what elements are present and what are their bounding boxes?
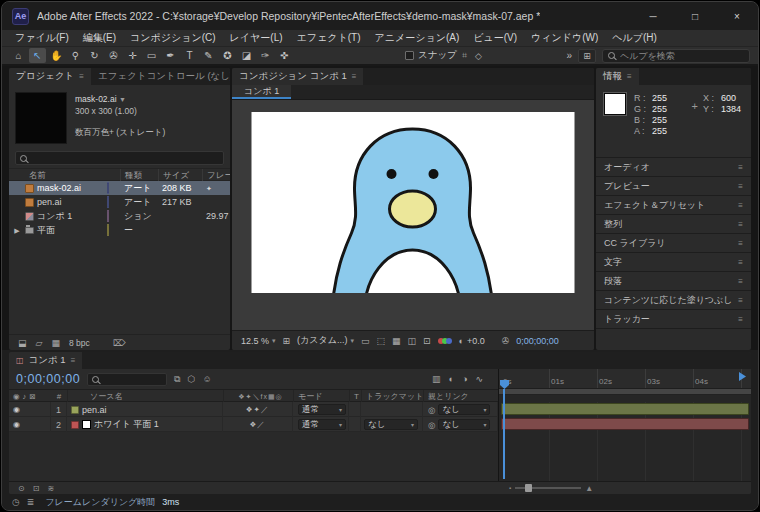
zoom-slider-track[interactable]: [515, 487, 581, 489]
visibility-eye-icon[interactable]: ◉: [9, 417, 51, 432]
tab-project[interactable]: プロジェクト ≡: [9, 68, 91, 85]
layer-row-white-solid[interactable]: ◉ 2 ホワイト 平面 1 ❖／ 通常▾ なし▾ ◎ なし▾: [9, 417, 498, 432]
transparency-grid-icon[interactable]: ⬚: [376, 336, 385, 346]
new-composition-icon[interactable]: ▦: [51, 338, 60, 348]
label-color-chip[interactable]: [107, 196, 109, 208]
color-depth-button[interactable]: 8 bpc: [69, 338, 90, 348]
type-tool-icon[interactable]: T: [181, 48, 198, 63]
playhead-handle[interactable]: [500, 380, 509, 389]
panel-menu-icon[interactable]: ≡: [352, 72, 357, 81]
project-row-pen[interactable]: pen.ai アート 217 KB: [9, 195, 230, 209]
panel-menu-icon[interactable]: ≡: [738, 182, 743, 191]
menu-animation[interactable]: アニメーション(A): [367, 31, 466, 45]
current-time-field[interactable]: 0;00;00;00: [16, 372, 80, 386]
resolution-dropdown[interactable]: (カスタム...) ▾: [297, 334, 354, 347]
playhead[interactable]: [500, 380, 509, 481]
layer-label-chip[interactable]: [71, 421, 79, 429]
panel-audio[interactable]: オーディオ≡: [596, 157, 751, 176]
snap-option-icon[interactable]: ⌗: [459, 50, 470, 61]
new-folder-icon[interactable]: ▱: [36, 338, 43, 348]
project-row-mask-02[interactable]: mask-02.ai アート 208 KB ✦: [9, 181, 230, 195]
panel-effects-presets[interactable]: エフェクト＆プリセット≡: [596, 195, 751, 214]
timeline-search-input[interactable]: [102, 374, 162, 384]
panel-paragraph[interactable]: 段落≡: [596, 271, 751, 290]
tab-info[interactable]: 情報 ≡: [596, 68, 639, 85]
mask-path-icon[interactable]: ◇: [472, 51, 485, 61]
zoom-tool-icon[interactable]: ⚲: [67, 48, 84, 63]
parent-dropdown[interactable]: なし▾: [438, 419, 490, 430]
work-area-end-marker[interactable]: [739, 372, 746, 381]
panel-menu-icon[interactable]: ≡: [79, 72, 84, 81]
home-icon[interactable]: ⌂: [10, 48, 27, 63]
panel-menu-icon[interactable]: ≡: [627, 72, 632, 81]
show-channel-icon[interactable]: [438, 338, 452, 344]
draft-3d-icon[interactable]: ⬡: [188, 374, 196, 384]
pixel-aspect-icon[interactable]: ⊡: [423, 336, 431, 346]
panel-menu-icon[interactable]: ≡: [738, 296, 743, 305]
menu-file[interactable]: ファイル(F): [8, 31, 76, 45]
selection-tool-icon[interactable]: ↖: [29, 48, 46, 63]
track-matte-dropdown[interactable]: なし▾: [364, 419, 418, 430]
trash-icon[interactable]: ⌦: [113, 338, 126, 348]
blend-mode-dropdown[interactable]: 通常▾: [298, 404, 346, 415]
twirl-icon[interactable]: ▶: [14, 227, 19, 234]
panel-cc-libraries[interactable]: CC ライブラリ≡: [596, 233, 751, 252]
toolbar-overflow-icon[interactable]: »: [566, 50, 572, 61]
render-activity-icon[interactable]: ◷: [12, 497, 20, 507]
label-color-chip[interactable]: [107, 210, 109, 222]
shy-layers-icon[interactable]: ☺: [202, 374, 211, 384]
layer-duration-bar[interactable]: [501, 403, 749, 415]
column-name[interactable]: 名前: [25, 170, 107, 182]
workspace-button[interactable]: ⊞: [578, 49, 596, 63]
zoom-slider-thumb[interactable]: [525, 484, 532, 492]
menu-view[interactable]: ビュー(V): [466, 31, 524, 45]
maximize-button[interactable]: □: [674, 2, 716, 30]
motion-blur-icon[interactable]: ◐: [449, 374, 454, 384]
panel-menu-icon[interactable]: ≡: [738, 220, 743, 229]
panel-align[interactable]: 整列≡: [596, 214, 751, 233]
camera-tool-icon[interactable]: ✇: [105, 48, 122, 63]
layer-switches-icon[interactable]: ⊡: [33, 484, 40, 493]
parent-dropdown[interactable]: なし▾: [438, 404, 490, 415]
hand-tool-icon[interactable]: ✋: [48, 48, 65, 63]
blend-mode-dropdown[interactable]: 通常▾: [298, 419, 346, 430]
snapshot-camera-icon[interactable]: ✇: [502, 336, 510, 346]
timeline-search[interactable]: [87, 373, 167, 386]
rotation-tool-icon[interactable]: ↻: [86, 48, 103, 63]
pickwhip-icon[interactable]: ◎: [423, 420, 438, 430]
adjustment-icon[interactable]: ◑: [462, 374, 467, 384]
composition-canvas[interactable]: [252, 112, 575, 293]
help-search[interactable]: [602, 49, 750, 63]
view-layout-icon[interactable]: ◫: [408, 336, 417, 346]
mask-visibility-icon[interactable]: ▦: [392, 336, 401, 346]
frame-blend-icon[interactable]: ▥: [432, 374, 441, 384]
tab-composition[interactable]: コンポジション コンポ 1 ≡: [232, 68, 363, 85]
render-queue-icon[interactable]: ≣: [27, 497, 35, 507]
panel-preview[interactable]: プレビュー≡: [596, 176, 751, 195]
interpret-footage-icon[interactable]: ⬓: [18, 338, 27, 348]
work-area-bar[interactable]: [499, 389, 751, 395]
menu-edit[interactable]: 編集(E): [76, 31, 123, 45]
grid-options-icon[interactable]: ⊞: [283, 336, 291, 346]
panel-menu-icon[interactable]: ≡: [71, 356, 76, 365]
comp-mini-flowchart-icon[interactable]: ⧉: [174, 374, 180, 385]
pan-behind-tool-icon[interactable]: ✛: [124, 48, 141, 63]
zoom-in-mountain-icon[interactable]: ▲: [585, 484, 593, 493]
panel-menu-icon[interactable]: ≡: [738, 277, 743, 286]
shape-tool-icon[interactable]: ▭: [143, 48, 160, 63]
pickwhip-icon[interactable]: ◎: [423, 405, 438, 415]
graph-editor-icon[interactable]: ∿: [475, 374, 483, 384]
layer-row-pen[interactable]: ◉ 1 pen.ai ❖✦／ 通常▾ ◎ なし▾: [9, 402, 498, 417]
eraser-tool-icon[interactable]: ◪: [238, 48, 255, 63]
close-button[interactable]: ×: [716, 2, 758, 30]
panel-menu-icon[interactable]: ≡: [738, 239, 743, 248]
brush-tool-icon[interactable]: ✎: [200, 48, 217, 63]
menu-layer[interactable]: レイヤー(L): [223, 31, 290, 45]
panel-menu-icon[interactable]: ≡: [738, 201, 743, 210]
roto-brush-tool-icon[interactable]: ✑: [257, 48, 274, 63]
help-search-input[interactable]: [620, 51, 744, 61]
tab-timeline-comp-1[interactable]: ◫ コンポ 1 ≡: [9, 352, 82, 369]
panel-menu-icon[interactable]: ≡: [738, 163, 743, 172]
label-color-chip[interactable]: [107, 182, 109, 194]
menu-effect[interactable]: エフェクト(T): [290, 31, 368, 45]
